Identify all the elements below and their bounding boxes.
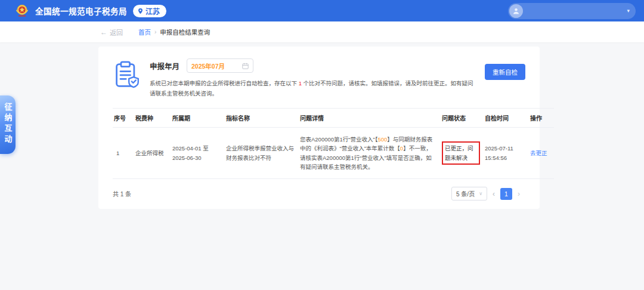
- breadcrumb-separator: ›: [154, 29, 156, 35]
- cell-action: 去更正: [529, 128, 554, 179]
- breadcrumb: 首页 › 申报自检结果查询: [138, 27, 210, 36]
- user-menu[interactable]: ▾: [508, 3, 636, 19]
- cell-period: 2025-04-01 至 2025-06-30: [171, 128, 225, 179]
- select-caret-icon: ∨: [479, 191, 482, 196]
- page-size-select[interactable]: 5 条/页 ∨: [451, 187, 487, 200]
- table-header-row: 序号 税费种 所属期 指标名称 问题详情 问题状态 自检时间 操作: [113, 109, 554, 128]
- column-header-action: 操作: [529, 109, 554, 128]
- page-size-value: 5 条/页: [456, 189, 475, 198]
- column-header-period: 所属期: [171, 109, 225, 128]
- avatar: [509, 4, 523, 18]
- column-header-check-time: 自检时间: [484, 109, 529, 128]
- card-header-content: 申报年月 2025年07月 系统已对您本期申报的企业所得税进行自动检查，存在以下…: [150, 58, 478, 98]
- region-label: 江苏: [145, 6, 160, 16]
- card-header: 申报年月 2025年07月 系统已对您本期申报的企业所得税进行自动检查，存在以下…: [113, 58, 525, 98]
- self-check-notice: 系统已对您本期申报的企业所得税进行自动检查，存在以下 1 个比对不符问题，请核实…: [150, 79, 478, 98]
- breadcrumb-home[interactable]: 首页: [138, 27, 151, 36]
- month-date-picker[interactable]: 2025年07月: [187, 58, 253, 73]
- side-tab-label: 征纳互动: [2, 103, 14, 146]
- breadcrumb-bar: ← 返回 首页 › 申报自检结果查询: [0, 21, 644, 42]
- go-correct-link[interactable]: 去更正: [530, 150, 547, 156]
- next-page-button[interactable]: ›: [518, 190, 520, 198]
- back-button[interactable]: ← 返回: [100, 27, 123, 37]
- dropdown-caret-icon: ▾: [627, 8, 630, 14]
- column-header-tax-type: 税费种: [134, 109, 171, 128]
- pagination: 共 1 条 5 条/页 ∨ ‹ 1 ›: [113, 187, 525, 200]
- cell-index: 1: [113, 128, 134, 179]
- location-pin-icon: [137, 8, 144, 14]
- page-number-1[interactable]: 1: [500, 188, 512, 200]
- column-header-indicator: 指标名称: [225, 109, 299, 128]
- user-icon: [512, 7, 520, 15]
- self-check-result-card: 申报年月 2025年07月 系统已对您本期申报的企业所得税进行自动检查，存在以下…: [98, 47, 540, 209]
- result-table: 序号 税费种 所属期 指标名称 问题详情 问题状态 自检时间 操作 1 企业所得…: [113, 108, 554, 179]
- table-row: 1 企业所得税 2025-04-01 至 2025-06-30 企业所得税季报营…: [113, 128, 554, 179]
- total-count-label: 共 1 条: [113, 189, 131, 198]
- cell-check-time: 2025-07-11 15:54:56: [484, 128, 529, 179]
- side-tab-interaction[interactable]: 征纳互动: [0, 95, 16, 154]
- clipboard-check-icon: [114, 60, 140, 89]
- app-header: 全国统一规范电子税务局 江苏 ▾: [0, 0, 644, 21]
- column-header-status: 问题状态: [441, 109, 484, 128]
- month-label: 申报年月: [150, 60, 179, 72]
- tax-bureau-logo-icon: [14, 3, 30, 18]
- breadcrumb-current: 申报自检结果查询: [160, 27, 210, 36]
- month-value: 2025年07月: [191, 61, 242, 70]
- prev-page-button[interactable]: ‹: [493, 190, 495, 198]
- month-row: 申报年月 2025年07月: [150, 58, 478, 73]
- region-selector[interactable]: 江苏: [133, 5, 166, 17]
- back-label: 返回: [110, 27, 123, 37]
- column-header-detail: 问题详情: [299, 109, 441, 128]
- cell-detail: 您表A200000第1行“营业收入”【500】与同期财务报表中的《利润表》“营业…: [299, 128, 441, 179]
- pagination-controls: 5 条/页 ∨ ‹ 1 ›: [451, 187, 525, 200]
- column-header-index: 序号: [113, 109, 134, 128]
- calendar-icon: [242, 63, 249, 69]
- status-annotation-box: 已更正，问题未解决: [442, 141, 480, 164]
- app-title: 全国统一规范电子税务局: [35, 5, 127, 17]
- cell-status: 已更正，问题未解决: [441, 128, 484, 179]
- recheck-button[interactable]: 重新自检: [485, 64, 525, 80]
- cell-tax-type: 企业所得税: [134, 128, 171, 179]
- back-arrow-icon: ←: [100, 28, 107, 36]
- cell-indicator: 企业所得税季报营业收入与财务报表比对不符: [225, 128, 299, 179]
